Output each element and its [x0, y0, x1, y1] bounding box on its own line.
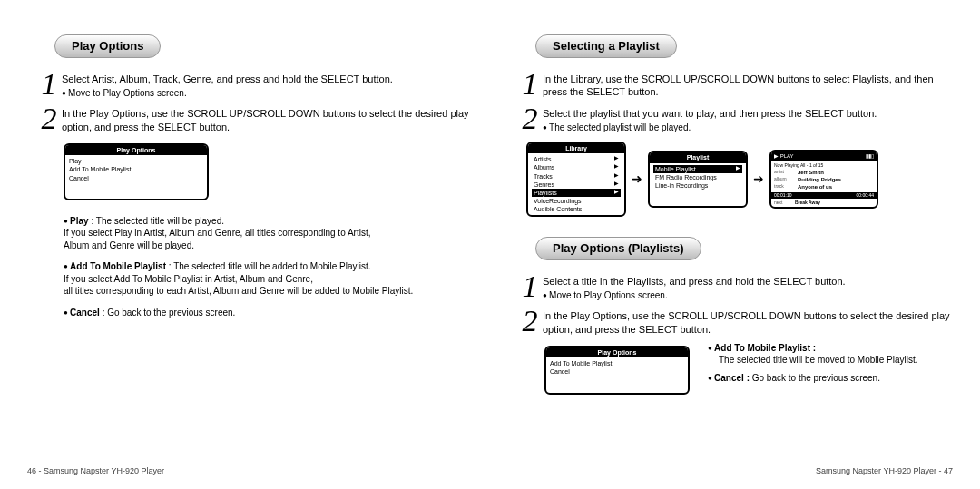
time-elapsed: 00:01:10 — [774, 192, 791, 199]
note-extra: If you select Add To Mobile Playlist in … — [64, 274, 313, 284]
notes-list: Play : The selected title will be played… — [64, 215, 472, 328]
device-screen-library: Library Artists▶ Albums▶ Tracks▶ Genres▶… — [526, 142, 626, 217]
arrow-right-icon: ➜ — [753, 171, 764, 188]
step-subtext: Move to Play Options screen. — [62, 87, 472, 100]
note-lead: Add To Mobile Playlist — [70, 261, 166, 271]
step-subtext: Move to Play Options screen. — [543, 289, 953, 302]
device-screen-play-options: Play Options Play Add To Mobile Playlist… — [64, 143, 209, 200]
device-item: Cancel — [550, 367, 684, 376]
note-extra: all titles corresponding to each Artist,… — [64, 286, 413, 296]
note-extra: Album and Genre will be played. — [64, 240, 194, 250]
step-2: 2 In the Play Options, use the SCROLL UP… — [36, 103, 472, 134]
label-album: album — [774, 176, 798, 183]
step-text: Select a title in the Playlists, and pre… — [543, 275, 953, 289]
device-screen-playlist: Playlist Mobile Playlist▶ FM Radio Recor… — [648, 151, 748, 208]
step-number: 2 — [517, 306, 543, 337]
left-page: Play Options 1 Select Artist, Album, Tra… — [27, 18, 472, 480]
step-text: In the Play Options, use the SCROLL UP/S… — [543, 309, 953, 337]
value-next: Break Away — [795, 199, 820, 207]
device-item-selected: Mobile Playlist — [655, 165, 696, 173]
device-flow: Library Artists▶ Albums▶ Tracks▶ Genres▶… — [526, 142, 953, 217]
chevron-right-icon: ▶ — [614, 155, 619, 163]
device-item: Albums — [534, 163, 554, 171]
page-footer-right: Samsung Napster YH-920 Player - 47 — [508, 462, 953, 480]
label-next: next — [771, 199, 795, 207]
note-text: : The selected title will be played. — [89, 216, 224, 226]
device-title: Playlist — [650, 152, 746, 162]
device-item: Artists — [534, 155, 551, 163]
chevron-right-icon: ▶ — [614, 172, 619, 181]
device-item: Tracks — [534, 172, 553, 181]
page-footer-left: 46 - Samsung Napster YH-920 Player — [27, 462, 472, 480]
step-text: Select the playlist that you want to pla… — [543, 107, 953, 121]
play-indicator: ▶ PLAY — [774, 152, 794, 160]
battery-icon: ▮▮▯ — [866, 152, 874, 160]
step-1: 1 In the Library, use the SCROLL UP/SCRO… — [517, 69, 953, 100]
step-2: 2 Select the playlist that you want to p… — [517, 103, 953, 134]
step-number: 1 — [517, 69, 543, 100]
time-remaining: 00:00:44 — [857, 192, 874, 199]
step-number: 2 — [517, 103, 543, 134]
device-title: Library — [528, 143, 624, 153]
note-lead: Cancel — [70, 308, 100, 318]
device-item-selected: Playlists — [534, 189, 557, 197]
note-lead: Play — [70, 216, 89, 226]
device-item: Play — [69, 157, 203, 165]
step-text: In the Library, use the SCROLL UP/SCROLL… — [543, 73, 953, 100]
step-text: Select Artist, Album, Track, Genre, and … — [62, 73, 472, 86]
step-text: In the Play Options, use the SCROLL UP/S… — [62, 107, 472, 134]
note-lead: Add To Mobile Playlist : — [714, 343, 816, 353]
step-1: 1 Select Artist, Album, Track, Genre, an… — [36, 69, 472, 100]
device-item: Add To Mobile Playlist — [69, 165, 203, 173]
device-title: Play Options — [546, 347, 688, 357]
device-item: FM Radio Recordings — [655, 173, 717, 181]
value-artist: Jeff Smith — [798, 169, 874, 176]
chevron-right-icon: ▶ — [736, 165, 740, 173]
step-number: 1 — [517, 271, 543, 302]
note-text: : Go back to the previous screen. — [100, 308, 236, 318]
device-item: Line-in Recordings — [655, 181, 708, 190]
note-text: : The selected title will be added to Mo… — [166, 261, 371, 271]
arrow-right-icon: ➜ — [632, 171, 642, 188]
section-heading-selecting-playlist: Selecting a Playlist — [535, 34, 677, 58]
note-lead: Cancel : — [714, 373, 750, 383]
device-item: VoiceRecordings — [534, 197, 582, 205]
device-title: Play Options — [65, 145, 207, 155]
right-page: Selecting a Playlist 1 In the Library, u… — [508, 18, 953, 480]
device-item: Audible Contents — [534, 205, 582, 213]
step-1: 1 Select a title in the Playlists, and p… — [517, 271, 953, 302]
note-text: Go back to the previous screen. — [750, 373, 880, 383]
step-number: 2 — [36, 103, 62, 134]
step-subtext: The selected playlist will be played. — [543, 122, 953, 134]
step-2: 2 In the Play Options, use the SCROLL UP… — [517, 306, 953, 337]
device-item: Genres — [534, 181, 554, 189]
note-text: The selected title will be moved to Mobi… — [719, 354, 918, 367]
label-track: track — [774, 183, 798, 191]
label-artist: artist — [774, 169, 798, 176]
value-album: Building Bridges — [798, 176, 874, 183]
step-number: 1 — [36, 69, 62, 100]
value-track: Anyone of us — [798, 183, 874, 191]
note-extra: If you select Play in Artist, Album and … — [64, 228, 371, 238]
now-playing-status: Now Playing All - 1 of 15 — [774, 162, 874, 169]
chevron-right-icon: ▶ — [614, 189, 619, 197]
section-heading-play-options: Play Options — [54, 34, 161, 58]
device-item: Add To Mobile Playlist — [550, 359, 684, 367]
chevron-right-icon: ▶ — [614, 181, 619, 189]
chevron-right-icon: ▶ — [614, 163, 619, 171]
section-heading-play-options-playlists: Play Options (Playlists) — [535, 237, 701, 260]
device-screen-now-playing: ▶ PLAY ▮▮▯ Now Playing All - 1 of 15 art… — [769, 150, 878, 209]
device-item: Cancel — [69, 174, 203, 182]
notes-list: ● Add To Mobile Playlist : The selected … — [708, 338, 953, 402]
device-screen-play-options: Play Options Add To Mobile Playlist Canc… — [544, 346, 690, 395]
